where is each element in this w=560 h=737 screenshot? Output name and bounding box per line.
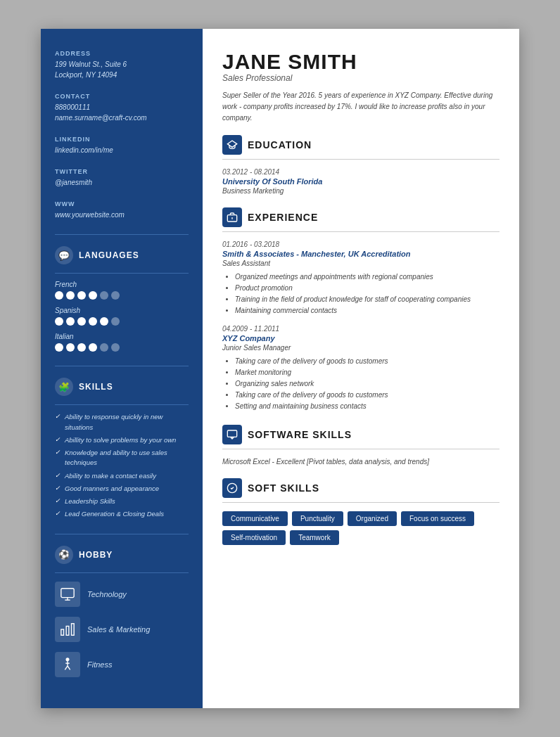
- badge-communicative: Communicative: [222, 511, 288, 526]
- contact-section: CONTACT 888000111name.surname@craft-cv.c…: [55, 93, 189, 123]
- skills-header: 🧩 SKILLS: [55, 378, 189, 396]
- svg-rect-3: [61, 629, 64, 635]
- name-block: JANE SMITH Sales Professional: [222, 50, 499, 83]
- education-header: EDUCATION: [222, 135, 499, 155]
- dot: [89, 317, 97, 326]
- skill-item: Leadership Skills: [55, 496, 189, 506]
- sidebar-divider-1: [55, 234, 189, 235]
- www-section: WWW www.yourwebsite.com: [55, 200, 189, 220]
- twitter-section: TWITTER @janesmith: [55, 168, 189, 188]
- badge-teamwork: Teamwork: [290, 530, 339, 545]
- list-item: Taking care of the delivery of goods to …: [235, 356, 499, 367]
- address-value: 199 Walnut St., Suite 6Lockport, NY 1409…: [55, 59, 189, 80]
- lang-spanish: Spanish: [55, 307, 189, 326]
- person-summary: Super Seller of the Year 2016. 5 years o…: [222, 90, 499, 124]
- dot: [89, 343, 97, 352]
- skill-item: Ability to response quickly in new situa…: [55, 412, 189, 432]
- softskills-header: SOFT SKILLS: [222, 478, 499, 498]
- person-title: Sales Professional: [222, 73, 499, 83]
- dot: [55, 317, 63, 326]
- skills-title: SKILLS: [79, 382, 113, 392]
- dot-empty: [111, 317, 120, 326]
- linkedin-section: LINKEDIN linkedin.com/in/me: [55, 136, 189, 155]
- job1-org: Smith & Associates - Manchester, UK Accr…: [222, 250, 499, 258]
- languages-icon: 💬: [55, 246, 73, 264]
- skill-item: Good manners and appearance: [55, 484, 189, 494]
- hobby-technology-icon: [55, 582, 80, 607]
- list-item: Organizing sales network: [235, 378, 499, 390]
- sidebar-divider-2: [55, 366, 189, 366]
- experience-line: [222, 231, 499, 232]
- software-section: SOFTWARE SKILLS Microsoft Excel - Excell…: [222, 425, 499, 466]
- experience-job-2: 04.2009 - 11.2011 XYZ Company Junior Sal…: [222, 325, 499, 412]
- list-item: Maintaining commercial contacts: [235, 305, 499, 316]
- software-title: SOFTWARE SKILLS: [248, 429, 352, 440]
- svg-rect-0: [61, 588, 74, 597]
- svg-point-6: [66, 658, 69, 660]
- software-text: Microsoft Excel - Excellent [Pivot table…: [222, 458, 499, 466]
- job2-org: XYZ Company: [222, 334, 499, 342]
- languages-divider: [55, 273, 189, 274]
- linkedin-label: LINKEDIN: [55, 136, 189, 143]
- twitter-value: @janesmith: [55, 177, 189, 188]
- education-line: [222, 159, 499, 160]
- experience-job-1: 01.2016 - 03.2018 Smith & Associates - M…: [222, 241, 499, 316]
- job1-role: Sales Assistant: [222, 259, 499, 267]
- badge-focus: Focus on success: [401, 511, 474, 526]
- svg-rect-4: [66, 626, 69, 635]
- dot: [89, 291, 97, 300]
- job2-bullets: Taking care of the delivery of goods to …: [222, 356, 499, 412]
- svg-line-9: [68, 665, 70, 669]
- hobby-divider: [55, 572, 189, 573]
- softskills-icon: [222, 478, 242, 498]
- www-value: www.yourwebsite.com: [55, 210, 189, 220]
- hobby-sales-icon: [55, 617, 80, 642]
- svg-line-8: [65, 665, 68, 669]
- dot: [77, 343, 86, 352]
- list-item: Training in the field of product knowled…: [235, 294, 499, 305]
- education-org: University Of South Florida: [222, 177, 499, 186]
- education-date: 03.2012 - 08.2014: [222, 168, 499, 176]
- lang-french-dots: [55, 291, 189, 300]
- education-title: EDUCATION: [248, 139, 312, 150]
- address-label: ADDRESS: [55, 50, 189, 57]
- dot: [66, 317, 75, 326]
- linkedin-value: linkedin.com/in/me: [55, 145, 189, 155]
- dot: [77, 291, 86, 300]
- softskills-line: [222, 502, 499, 503]
- software-line: [222, 449, 499, 449]
- education-role: Business Marketing: [222, 187, 499, 195]
- lang-italian: Italian: [55, 333, 189, 352]
- hobby-technology-label: Technology: [87, 590, 127, 598]
- hobbies-list: Technology Sales & Marketing: [55, 582, 189, 677]
- dot: [100, 317, 108, 326]
- skills-divider: [55, 404, 189, 405]
- list-item: Taking care of the delivery of goods to …: [235, 390, 499, 401]
- dot: [66, 291, 75, 300]
- job2-date: 04.2009 - 11.2011: [222, 325, 499, 333]
- dot-empty: [100, 291, 108, 300]
- person-name: JANE SMITH: [222, 50, 499, 73]
- skill-item: Lead Generation & Closing Deals: [55, 509, 189, 519]
- badge-punctuality: Punctuality: [292, 511, 343, 526]
- dot: [55, 291, 63, 300]
- experience-header: EXPERIENCE: [222, 207, 499, 227]
- lang-spanish-dots: [55, 317, 189, 326]
- list-item: Setting and maintaining business contact…: [235, 401, 499, 412]
- skill-item: Knowledge and ability to use sales techn…: [55, 448, 189, 468]
- software-header: SOFTWARE SKILLS: [222, 425, 499, 444]
- hobby-title: HOBBY: [79, 550, 113, 560]
- dot-empty: [100, 343, 108, 352]
- lang-spanish-name: Spanish: [55, 307, 189, 314]
- job2-role: Junior Sales Manager: [222, 344, 499, 352]
- sidebar-divider-3: [55, 534, 189, 534]
- experience-title: EXPERIENCE: [248, 212, 318, 223]
- list-item: Market monitoring: [235, 367, 499, 378]
- lang-italian-name: Italian: [55, 333, 189, 340]
- hobby-fitness-label: Fitness: [87, 660, 112, 669]
- hobby-fitness-icon: [55, 652, 80, 677]
- address-section: ADDRESS 199 Walnut St., Suite 6Lockport,…: [55, 50, 189, 80]
- lang-french: French: [55, 281, 189, 300]
- lang-italian-dots: [55, 343, 189, 352]
- softskills-section: SOFT SKILLS Communicative Punctuality Or…: [222, 478, 499, 545]
